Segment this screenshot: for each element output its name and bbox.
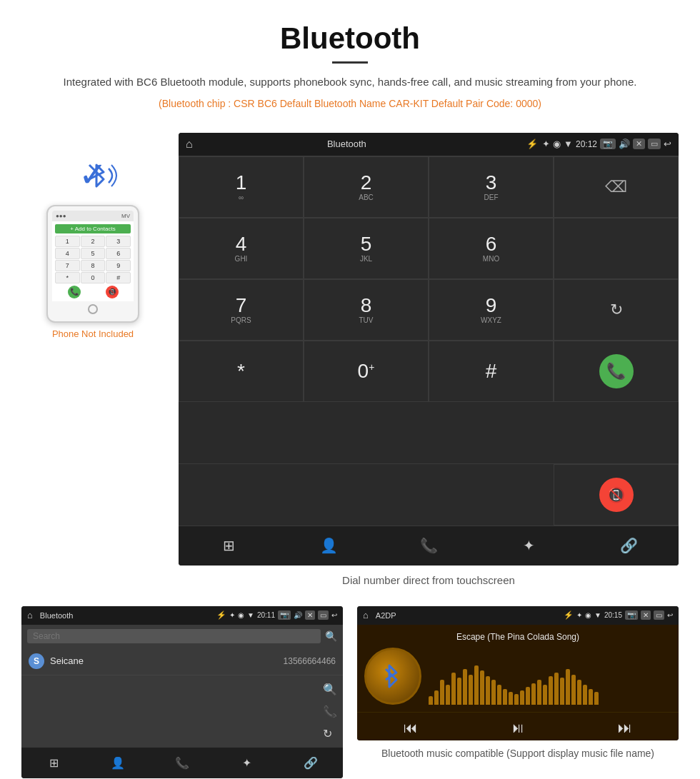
pb-volume-icon[interactable]: 🔊 xyxy=(294,611,302,619)
phone-key-star: * xyxy=(55,272,80,283)
pb-right-icons: ✦ ◉ ▼ 20:11 📷 🔊 ✕ ▭ ↩ xyxy=(229,610,337,620)
phone-key-9: 9 xyxy=(106,260,131,271)
back-icon[interactable]: ↩ xyxy=(664,139,671,149)
music-usb-icon: ⚡ xyxy=(564,610,574,620)
music-next-button[interactable]: ⏭ xyxy=(618,720,632,736)
usb-icon: ⚡ xyxy=(526,139,538,149)
music-play-pause-button[interactable]: ⏯ xyxy=(511,720,525,736)
pb-contact-avatar: S xyxy=(29,653,44,669)
pb-home-icon[interactable]: ⌂ xyxy=(27,610,33,620)
pb-usb-icon: ⚡ xyxy=(216,610,226,620)
phone-top-bar: ●●● MV xyxy=(52,211,134,221)
header-divider xyxy=(332,61,368,64)
dial-key-8[interactable]: 8 TUV xyxy=(304,279,429,341)
phone-key-3: 3 xyxy=(106,236,131,247)
music-status-bar: ⌂ A2DP ⚡ ✦ ◉ ▼ 20:15 📷 ✕ ▭ ↩ xyxy=(357,606,679,625)
page-header: Bluetooth Integrated with BC6 Bluetooth … xyxy=(0,0,700,126)
pb-window-btn[interactable]: ▭ xyxy=(318,610,329,620)
call-button-icon[interactable]: 📞 xyxy=(599,354,634,388)
dial-screen-title: Bluetooth xyxy=(200,139,494,149)
phone-end-button: 📵 xyxy=(106,286,119,298)
dial-key-1[interactable]: 1 ∞ xyxy=(179,156,304,218)
pb-back-icon[interactable]: ↩ xyxy=(331,611,337,619)
main-section: ✓ ●●● MV + Add to Contacts 1 2 3 xyxy=(0,126,700,606)
pb-phone-action-icon[interactable]: 📞 xyxy=(323,705,337,718)
music-window-btn[interactable]: ▭ xyxy=(654,610,664,620)
dial-key-hash[interactable]: # xyxy=(429,341,554,402)
bottom-screenshots: ⌂ Bluetooth ⚡ ✦ ◉ ▼ 20:11 📷 🔊 ✕ ▭ ↩ xyxy=(0,606,700,780)
dial-key-3[interactable]: 3 DEF xyxy=(429,156,554,218)
phone-key-1: 1 xyxy=(55,236,80,247)
backspace-icon: ⌫ xyxy=(605,178,627,196)
signal-icon: ▼ xyxy=(564,139,573,149)
status-right-icons: ✦ ◉ ▼ 20:12 📷 🔊 ✕ ▭ ↩ xyxy=(542,139,671,149)
pb-search-action-icon[interactable]: 🔍 xyxy=(323,683,337,696)
phone-screen: + Add to Contacts 1 2 3 4 5 6 7 8 9 * 0 … xyxy=(52,221,134,301)
nav-contacts-button[interactable]: 👤 xyxy=(311,528,346,563)
music-signal-icon: ▼ xyxy=(594,611,601,619)
dial-refresh-button[interactable]: ↻ xyxy=(554,279,679,341)
music-camera-btn[interactable]: 📷 xyxy=(625,610,638,620)
dial-key-7[interactable]: 7 PQRS xyxy=(179,279,304,341)
camera-icon-btn[interactable]: 📷 xyxy=(600,139,616,149)
dial-backspace-button[interactable]: ⌫ xyxy=(554,156,679,218)
music-close-btn[interactable]: ✕ xyxy=(641,610,651,620)
dial-caption: Dial number direct from touchscreen xyxy=(179,566,679,599)
dial-key-5[interactable]: 5 JKL xyxy=(304,218,429,279)
pb-nav-phone[interactable]: 📞 xyxy=(164,745,200,778)
nav-settings-button[interactable]: 🔗 xyxy=(611,528,646,563)
volume-icon[interactable]: 🔊 xyxy=(619,139,630,149)
dial-key-4[interactable]: 4 GHI xyxy=(179,218,304,279)
dial-key-0[interactable]: 0+ xyxy=(304,341,429,402)
pb-search-input[interactable] xyxy=(27,629,321,643)
music-right-icons: ✦ ◉ ▼ 20:15 📷 ✕ ▭ ↩ xyxy=(576,610,673,620)
music-back-icon[interactable]: ↩ xyxy=(667,611,673,619)
phone-key-hash: # xyxy=(106,272,131,283)
window-btn[interactable]: ▭ xyxy=(648,139,661,149)
nav-bluetooth-button[interactable]: ✦ xyxy=(511,528,546,563)
pb-camera-btn[interactable]: 📷 xyxy=(278,610,291,620)
pb-nav-settings[interactable]: 🔗 xyxy=(293,745,329,778)
music-album-art xyxy=(364,648,421,705)
header-specs: (Bluetooth chip : CSR BC6 Default Blueto… xyxy=(43,96,657,111)
phone-bottom-buttons: 📞 📵 xyxy=(55,286,131,298)
dial-key-6[interactable]: 6 MNO xyxy=(429,218,554,279)
close-btn[interactable]: ✕ xyxy=(633,139,645,149)
dial-key-star[interactable]: * xyxy=(179,341,304,402)
music-screenshot-block: ⌂ A2DP ⚡ ✦ ◉ ▼ 20:15 📷 ✕ ▭ ↩ Escape (The… xyxy=(357,606,679,780)
page-title: Bluetooth xyxy=(43,21,657,56)
pb-contact-list: S Seicane 13566664466 xyxy=(21,648,343,675)
music-home-icon[interactable]: ⌂ xyxy=(363,610,369,620)
phonebook-screenshot-block: ⌂ Bluetooth ⚡ ✦ ◉ ▼ 20:11 📷 🔊 ✕ ▭ ↩ xyxy=(21,606,343,780)
home-icon[interactable]: ⌂ xyxy=(186,138,193,151)
dial-key-2[interactable]: 2 ABC xyxy=(304,156,429,218)
pb-close-btn[interactable]: ✕ xyxy=(305,610,315,620)
pb-search-bar: 🔍 xyxy=(21,625,343,648)
music-prev-button[interactable]: ⏮ xyxy=(404,720,418,736)
phone-keypad: 1 2 3 4 5 6 7 8 9 * 0 # xyxy=(55,236,131,283)
pb-nav-dialpad[interactable]: ⊞ xyxy=(36,745,71,778)
bluetooth-icon-wrap: ✓ xyxy=(79,154,107,194)
location-icon: ◉ xyxy=(553,139,561,149)
music-controls: ⏮ ⏯ ⏭ xyxy=(357,712,679,740)
dial-end-call-button[interactable]: 📵 xyxy=(554,464,679,526)
pb-contact-row[interactable]: S Seicane 13566664466 xyxy=(21,648,343,675)
pb-contact-phone: 13566664466 xyxy=(284,656,336,666)
phone-home-button xyxy=(52,304,134,317)
dial-key-9[interactable]: 9 WXYZ xyxy=(429,279,554,341)
end-call-icon[interactable]: 📵 xyxy=(599,478,634,512)
music-bt-icon xyxy=(379,662,407,690)
music-location-icon: ◉ xyxy=(585,611,591,619)
bluetooth-status-icon: ✦ xyxy=(542,139,550,149)
pb-nav-bluetooth[interactable]: ✦ xyxy=(229,745,264,778)
pb-refresh-action-icon[interactable]: ↻ xyxy=(323,727,337,740)
refresh-icon: ↻ xyxy=(610,301,623,319)
pb-location-icon: ◉ xyxy=(238,611,244,619)
pb-nav-contacts[interactable]: 👤 xyxy=(100,745,136,778)
nav-phone-button[interactable]: 📞 xyxy=(411,528,446,563)
music-caption: Bluetooth music compatible (Support disp… xyxy=(381,746,654,761)
dial-status-bar: ⌂ Bluetooth ⚡ ✦ ◉ ▼ 20:12 📷 🔊 ✕ ▭ ↩ xyxy=(179,133,679,156)
nav-dialpad-button[interactable]: ⊞ xyxy=(211,528,246,563)
dial-call-button[interactable]: 📞 xyxy=(554,341,679,402)
pb-signal-icon: ▼ xyxy=(247,611,254,619)
